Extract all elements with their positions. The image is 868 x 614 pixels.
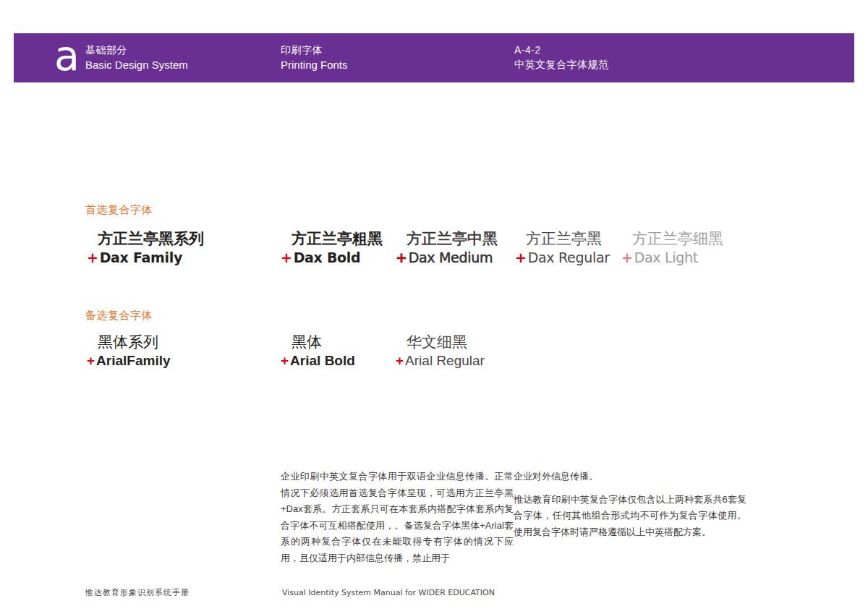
header-page-code-number: A-4-2 — [514, 43, 609, 57]
font-specimen-en: +Dax Medium — [396, 249, 498, 267]
font-specimen-arial-bold: 黑体 +Arial Bold — [281, 332, 355, 370]
footer-manual-title-en: Visual Identity System Manual for WIDER … — [282, 588, 495, 597]
font-specimen-en: +ArialFamily — [87, 351, 171, 370]
font-specimen-zh: 华文细黑 — [396, 332, 485, 351]
font-specimen-arial-regular: 华文细黑 +Arial Regular — [396, 332, 485, 370]
font-specimen-zh: 方正兰亭黑系列 — [87, 229, 204, 249]
header-chapter-title-zh: 印刷字体 — [281, 43, 348, 57]
section-letter-logo: a — [54, 31, 80, 80]
font-specimen-dax-light: 方正兰亭细黑 +Dax Light — [621, 229, 723, 267]
plus-icon: + — [281, 353, 290, 368]
font-specimen-zh: 方正兰亭粗黑 — [281, 229, 383, 249]
font-specimen-zh: 黑体 — [281, 332, 355, 351]
usage-paragraph-left: 企业印刷中英文复合字体用于双语企业信息传播。正常情况下必须选用首选复合字体呈现，… — [281, 469, 514, 566]
header-page-code-subtitle: 中英文复合字体规范 — [514, 57, 609, 72]
plus-icon: + — [396, 250, 409, 265]
header-bar: a 基础部分 Basic Design System 印刷字体 Printing… — [14, 33, 854, 82]
usage-paragraph-right-text-2: 惟达教育印刷中英复合字体仅包含以上两种套系共6套复合字体，任何其他组合形式均不可… — [514, 492, 746, 541]
footer-manual-title-zh: 惟达教育形象识别系统手册 — [85, 587, 190, 598]
header-chapter-title-en: Printing Fonts — [281, 57, 348, 72]
plus-icon: + — [515, 250, 528, 265]
header-section-title: 基础部分 Basic Design System — [85, 43, 188, 72]
font-specimen-en: +Dax Light — [621, 249, 723, 267]
plus-icon: + — [621, 250, 634, 265]
font-specimen-en: +Dax Bold — [281, 249, 383, 267]
header-chapter-title: 印刷字体 Printing Fonts — [281, 43, 348, 72]
header-section-title-en: Basic Design System — [85, 57, 188, 72]
font-specimen-zh: 方正兰亭中黑 — [396, 229, 498, 249]
header-section-title-zh: 基础部分 — [85, 43, 188, 57]
usage-paragraph-right: 企业对外信息传播。 惟达教育印刷中英复合字体仅包含以上两种套系共6套复合字体，任… — [514, 469, 746, 540]
header-page-code: A-4-2 中英文复合字体规范 — [514, 43, 609, 72]
plus-icon: + — [87, 250, 100, 265]
usage-paragraph-left-text: 企业印刷中英文复合字体用于双语企业信息传播。正常情况下必须选用首选复合字体呈现，… — [281, 469, 514, 566]
font-specimen-dax-medium: 方正兰亭中黑 +Dax Medium — [396, 229, 498, 267]
plus-icon: + — [396, 353, 405, 368]
font-specimen-dax-bold: 方正兰亭粗黑 +Dax Bold — [281, 229, 383, 267]
font-specimen-en: +Dax Family — [87, 249, 204, 267]
secondary-fonts-heading: 备选复合字体 — [85, 309, 153, 323]
font-specimen-zh: 方正兰亭黑 — [515, 229, 610, 249]
primary-fonts-heading: 首选复合字体 — [85, 203, 153, 217]
font-specimen-dax-family: 方正兰亭黑系列 +Dax Family — [87, 229, 204, 267]
font-specimen-en: +Arial Bold — [281, 351, 355, 370]
plus-icon: + — [281, 250, 294, 265]
font-specimen-arial-family: 黑体系列 +ArialFamily — [87, 332, 171, 370]
font-specimen-en: +Arial Regular — [396, 351, 485, 370]
font-specimen-dax-regular: 方正兰亭黑 +Dax Regular — [515, 229, 610, 267]
font-specimen-zh: 方正兰亭细黑 — [621, 229, 723, 249]
plus-icon: + — [87, 353, 96, 368]
font-specimen-zh: 黑体系列 — [87, 332, 171, 351]
usage-paragraph-right-text-1: 企业对外信息传播。 — [514, 469, 746, 485]
font-specimen-en: +Dax Regular — [515, 249, 610, 267]
manual-page: a 基础部分 Basic Design System 印刷字体 Printing… — [0, 0, 868, 614]
